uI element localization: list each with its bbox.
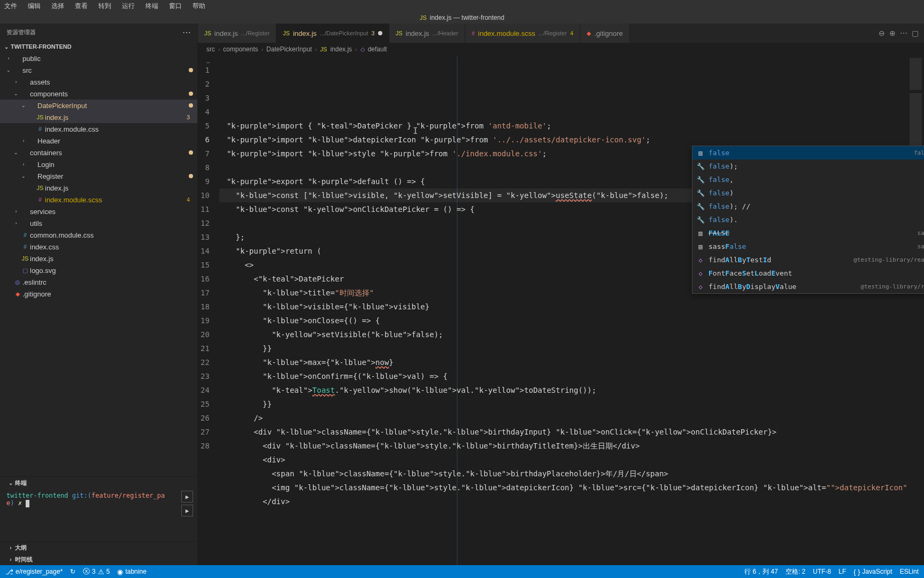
tree-item[interactable]: ›services xyxy=(0,206,197,217)
menu-file[interactable]: 文件 xyxy=(4,2,17,11)
tree-item[interactable]: ›utils xyxy=(0,217,197,229)
git-icon: ◆ xyxy=(587,30,591,37)
menu-edit[interactable]: 编辑 xyxy=(28,2,41,11)
tree-item[interactable]: JSindex.js3 xyxy=(0,111,197,123)
sb-spaces[interactable]: 空格: 2 xyxy=(786,567,805,576)
tree-item[interactable]: ⌄Register xyxy=(0,170,197,182)
tree-item[interactable]: ⌄DatePickerInput xyxy=(0,100,197,111)
suggest-item[interactable]: 🔧false). xyxy=(692,213,924,226)
terminal-kill-icon[interactable]: ▶ xyxy=(181,491,193,503)
tree-item[interactable]: #common.module.css xyxy=(0,229,197,241)
suggest-item[interactable]: ◇FontFaceSetLoadEvent xyxy=(692,267,924,280)
tree-item[interactable]: ›Header xyxy=(0,135,197,147)
minimap[interactable] xyxy=(907,56,924,565)
suggest-item[interactable]: 🔧false, xyxy=(692,173,924,186)
terminal-header[interactable]: ⌄ 终端 xyxy=(0,477,197,489)
suggest-wrench-icon: 🔧 xyxy=(696,186,705,200)
tab-action-icon[interactable]: ▢ xyxy=(912,29,919,37)
outline-header[interactable]: ›大纲 xyxy=(0,542,197,553)
explorer-title: 资源管理器 xyxy=(6,28,36,36)
tree-item-label: index.module.css xyxy=(45,125,193,133)
sb-branch[interactable]: ⎇ e/register_page* xyxy=(5,568,63,576)
tree-item[interactable]: JSindex.js xyxy=(0,253,197,264)
tree-item[interactable]: ›public xyxy=(0,52,197,64)
editor-tab[interactable]: ◆.gitignore xyxy=(580,24,629,43)
tree-item[interactable]: ◆.gitignore xyxy=(0,288,197,300)
menubar: 文件 编辑 选择 查看 转到 运行 终端 窗口 帮助 xyxy=(0,0,924,12)
tab-action-icon[interactable]: ⊕ xyxy=(889,29,896,37)
suggest-widget[interactable]: ▤falsefalse🔧false);🔧false,🔧false)🔧false)… xyxy=(692,146,924,294)
tree-item-label: index.module.scss xyxy=(45,196,183,204)
tree-item-label: logo.svg xyxy=(30,267,193,275)
symbol-icon: ◇ xyxy=(360,46,365,53)
project-header[interactable]: ⌄ TWITTER-FRONTEND xyxy=(0,41,197,52)
menu-select[interactable]: 选择 xyxy=(51,2,64,11)
js-icon: JS xyxy=(320,46,327,52)
sb-eslint[interactable]: ESLint xyxy=(900,568,919,575)
js-icon: JS xyxy=(283,30,290,36)
css-icon: # xyxy=(20,244,30,250)
tree-item-label: index.js xyxy=(45,184,193,192)
tab-action-icon[interactable]: ⊖ xyxy=(879,29,885,37)
tree-item[interactable]: ›assets xyxy=(0,76,197,88)
tree-item[interactable]: #index.module.scss4 xyxy=(0,194,197,206)
branch-icon: ⎇ xyxy=(5,568,13,576)
tab-action-icon[interactable]: ⋯ xyxy=(900,29,907,37)
code-editor[interactable]: ⋯123456789101112131415161718192021222324… xyxy=(198,56,924,565)
suggest-snip-icon: ▤ xyxy=(696,146,705,160)
sb-cursor[interactable]: 行 6，列 47 xyxy=(744,567,778,576)
line-gutter: ⋯123456789101112131415161718192021222324… xyxy=(198,56,219,565)
code-content[interactable]: I "k-purple">import { "k-teal">DatePicke… xyxy=(219,56,907,565)
sb-encoding[interactable]: UTF-8 xyxy=(813,568,831,575)
js-icon: JS xyxy=(396,30,403,36)
tree-item[interactable]: JSindex.js xyxy=(0,182,197,194)
menu-view[interactable]: 查看 xyxy=(75,2,88,11)
tree-item[interactable]: ⌄containers xyxy=(0,147,197,158)
menu-terminal[interactable]: 终端 xyxy=(145,2,158,11)
terminal-run-icon[interactable]: ▶ xyxy=(181,505,193,516)
suggest-item[interactable]: 🔧false); xyxy=(692,159,924,173)
suggest-item[interactable]: 🔧false); // xyxy=(692,200,924,213)
suggest-item[interactable]: ▤FALSEsass xyxy=(692,226,924,240)
sb-lang[interactable]: { } JavaScript xyxy=(853,568,892,576)
chevron-down-icon: ⌄ xyxy=(2,44,11,50)
tree-item[interactable]: #index.css xyxy=(0,241,197,253)
editor-tab[interactable]: #index.module.scss.../Register4 xyxy=(465,24,580,43)
sb-problems[interactable]: ⓧ3 ⚠5 xyxy=(83,567,110,576)
titlebar: JS index.js — twitter-frontend xyxy=(0,12,924,24)
terminal-cursor xyxy=(26,500,29,507)
suggest-item[interactable]: 🔧false) xyxy=(692,186,924,200)
tree-item[interactable]: ⌄components xyxy=(0,88,197,100)
tree-item[interactable]: ▢logo.svg xyxy=(0,264,197,276)
tree-item[interactable]: ◎.eslintrc xyxy=(0,276,197,288)
suggest-item[interactable]: ◇findAllByTestId@testing-library/react xyxy=(692,253,924,267)
text-cursor-icon: I xyxy=(413,124,418,138)
breadcrumbs[interactable]: src› components› DatePickerInput› JS ind… xyxy=(198,43,924,56)
editor-tab[interactable]: JSindex.js.../Header xyxy=(389,24,465,43)
editor-tab[interactable]: JSindex.js.../DatePickerInput3 xyxy=(276,24,389,43)
tree-item[interactable]: ›Login xyxy=(0,158,197,170)
tree-item[interactable]: #index.module.css xyxy=(0,123,197,135)
timeline-header[interactable]: ›时间线 xyxy=(0,553,197,565)
menu-goto[interactable]: 转到 xyxy=(98,2,111,11)
css-icon: # xyxy=(20,232,30,238)
suggest-item[interactable]: ▤sassFalsesass xyxy=(692,240,924,253)
suggest-wrench-icon: 🔧 xyxy=(696,213,705,227)
suggest-item[interactable]: ◇findAllByDisplayValue@testing-library/r… xyxy=(692,280,924,293)
menu-help[interactable]: 帮助 xyxy=(192,2,205,11)
warning-icon: ⚠ xyxy=(98,568,104,576)
sb-sync[interactable]: ↻ xyxy=(70,568,75,575)
sb-eol[interactable]: LF xyxy=(838,568,846,575)
menu-window[interactable]: 窗口 xyxy=(169,2,182,11)
editor-tab[interactable]: JSindex.js.../Register xyxy=(198,24,276,43)
sidebar: 资源管理器 ⋯ ⌄ TWITTER-FRONTEND ›public⌄src›a… xyxy=(0,24,198,565)
statusbar: ⎇ e/register_page* ↻ ⓧ3 ⚠5 ◉ tabnine 行 6… xyxy=(0,565,924,578)
more-icon[interactable]: ⋯ xyxy=(182,27,191,37)
suggest-box-icon: ◇ xyxy=(696,267,705,280)
tree-item[interactable]: ⌄src xyxy=(0,64,197,76)
sb-tabnine[interactable]: ◉ tabnine xyxy=(117,568,146,576)
menu-run[interactable]: 运行 xyxy=(122,2,135,11)
eslint-icon: ◎ xyxy=(13,279,22,286)
suggest-item[interactable]: ▤falsefalse xyxy=(692,146,924,159)
terminal-body[interactable]: ▶ ▶ twitter-frontend git:(feature/regist… xyxy=(0,489,197,541)
